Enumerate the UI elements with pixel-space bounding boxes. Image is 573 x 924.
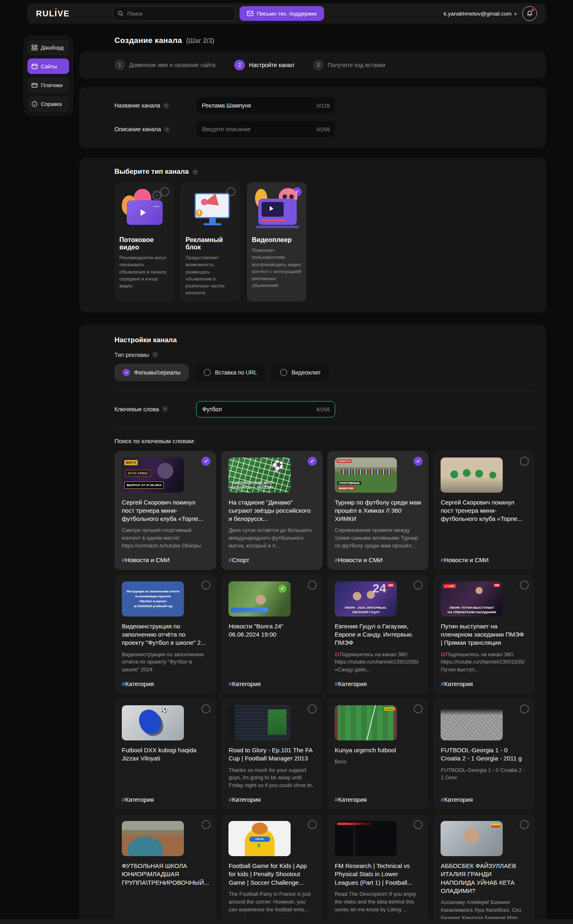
video-thumbnail: Инструкция по заполнению отчета по реали… [122,581,184,617]
sidebar-item-help[interactable]: Справка [27,96,69,112]
video-card[interactable]: ⚽ Futbool DXX kubogi haqida Jizzax Viloy… [114,699,216,810]
video-description: The Football Party in France is just aro… [228,890,315,914]
video-select-checkbox[interactable] [414,457,423,466]
chevron-down-icon [514,11,517,17]
search-icon [117,10,124,17]
sidebar-item-sites[interactable]: Сайты [27,58,69,74]
video-title: Football Game for Kids | App for kids | … [228,862,315,887]
channel-name-inputwrap: 0/128 [196,97,335,114]
video-card[interactable]: UBAKI0 Football Game for Kids | App for … [221,814,322,924]
sidebar-item-dashboard[interactable]: Дашборд [27,40,69,55]
ad-type-videoclip[interactable]: Видеоклип [272,364,329,381]
thumb-overlay-ov-wline [366,705,376,740]
video-card[interactable]: ⚽ТОВАРИЩЕСКИЙ МАТЧ БЕЛАРУСЬ — РОССИЯ На … [221,451,322,570]
play-icon [270,206,273,211]
tag-label: Спорт [232,556,249,563]
ad-type-label: Тип рекламы ? [114,352,535,358]
video-category-tag: #Новости и СМИ [335,550,421,563]
ad-type-films-series[interactable]: Фильмы/сериалы [114,364,189,381]
video-select-checkbox[interactable] [520,820,529,829]
sidebar-item-payments[interactable]: Платежи [27,77,69,93]
video-card[interactable]: FM Research | Technical vs Physical Stat… [327,814,429,924]
video-select-checkbox[interactable] [414,820,423,829]
thumb-overlay-ov-cap: ПМЭФ - 2024. ИНТЕРВЬЮ. ЕВГЕНИЯ ГУЦУЛ [335,606,397,615]
video-card[interactable]: Инструкция по заполнению отчета по реали… [114,575,216,694]
video-select-checkbox[interactable] [201,704,210,713]
channel-description-input[interactable] [196,121,335,137]
logo-letter-i: I [55,9,58,18]
step-label: Получите код вставки [328,62,385,68]
video-card[interactable]: ● LIVE360ПМЭФ: ПУТИН ВЫСТУПАЕТ НА ПЛЕНАР… [433,575,535,694]
video-select-checkbox[interactable] [308,820,317,829]
step-get-embed-code[interactable]: 3 Получите код вставки [313,60,385,70]
thumb-overlay-ov-360: 360 [387,583,394,587]
label-text: Название канала [114,102,160,109]
video-card[interactable]: Сергей Скорович покинул пост тренера мин… [433,451,535,570]
video-card[interactable]: МАТЧ!ЕСТЬ ТЕМА!ВЫПУСК ОТ 07.06.2024 Серг… [114,451,216,570]
video-select-checkbox[interactable] [201,457,210,466]
keywords-input[interactable] [196,401,335,417]
video-card[interactable]: НОВОСТИСПОРТИВНЫЕМАМОЧКИ Турнир по футбо… [327,451,429,570]
tag-label: Новости и СМИ [444,556,489,563]
video-card[interactable]: 36024ПМЭФ - 2024. ИНТЕРВЬЮ. ЕВГЕНИЯ ГУЦУ… [327,575,429,694]
search-input[interactable] [113,6,235,21]
step-domain-name[interactable]: 1 Доменное имя и название сайта [114,60,215,70]
video-thumbnail: 36024ПМЭФ - 2024. ИНТЕРВЬЮ. ЕВГЕНИЯ ГУЦУ… [335,581,397,617]
char-counter: 0/128 [316,103,330,109]
tag-label: Категория [232,796,261,803]
sidebar-item-label: Дашборд [41,45,64,51]
account-email: k.yanakhmetov@gmail.com [443,11,511,17]
type-card-streaming-video[interactable]: Потоковое видео Рекламодатели могут пока… [114,182,174,302]
keyword-search-title: Поиск по ключевым словам: [114,437,535,444]
thumb-overlay-ov-ball-sm: ⚽ [161,707,168,713]
video-select-checkbox[interactable] [308,704,317,713]
help-icon[interactable]: ? [163,103,169,109]
type-card-ad-block[interactable]: Рекламный блок Предоставляет возможность… [181,182,240,302]
video-select-checkbox[interactable] [201,581,210,590]
video-card[interactable]: АББОСБЕК ФАЙЗУЛЛАЕВ ИТАЛИЯ ГРАНДИ НАПОЛИ… [433,814,535,924]
video-card[interactable]: ✓ Новости "Волга 24" 06.06.2024 19:00 #К… [221,575,322,694]
help-icon[interactable]: ? [162,406,168,412]
type-card-title: Видеоплеер [252,236,302,244]
video-card[interactable]: FUTBOOL-Georgia 1 - 0 Croatia 2 - 1 Geor… [433,699,535,810]
step-number: 1 [114,60,125,70]
hash-symbol: # [228,796,232,803]
video-select-checkbox[interactable] [201,820,210,829]
notifications-bell-button[interactable] [522,6,537,21]
video-select-checkbox[interactable] [520,457,529,466]
video-select-checkbox[interactable] [414,704,423,713]
thumb-overlay-ov-tema: ЕСТЬ ТЕМА! [125,470,151,477]
video-card[interactable]: ФУТБОЛЬНАЯ ШКОЛА ЮНИОР\МЛАДШАЯ ГРУППА\ТР… [114,814,216,924]
video-select-checkbox[interactable] [520,581,529,590]
thumb-overlay-ov-friendly: ТОВАРИЩЕСКИЙ МАТЧ БЕЛАРУСЬ — РОССИЯ [231,481,291,490]
type-card-video-player[interactable]: Видеоплеер Позволяет пользователям воспр… [247,182,307,302]
video-select-checkbox[interactable] [308,457,317,466]
account-area: k.yanakhmetov@gmail.com [443,6,537,21]
ad-type-url-insert[interactable]: Вставка по URL [195,364,265,381]
video-grid: МАТЧ!ЕСТЬ ТЕМА!ВЫПУСК ОТ 07.06.2024 Серг… [114,451,535,924]
app-window: RULIVE Письмо тех. поддержке k.yanakhmet… [0,0,573,924]
video-select-checkbox[interactable] [414,581,423,590]
tag-label: Категория [232,680,261,687]
help-icon[interactable]: ? [152,352,158,358]
support-mail-button[interactable]: Письмо тех. поддержке [239,6,324,21]
keywords-inputwrap: 6/256 [196,401,335,417]
label-text: Описание канала [114,126,161,132]
wizard-steps: 1 Доменное имя и название сайта 2 Настро… [79,52,546,78]
help-icon[interactable]: ? [192,169,198,175]
step-configure-channel[interactable]: 2 Настройте канал [234,60,294,70]
tag-label: Новости и СМИ [125,556,170,563]
channel-name-input[interactable] [196,97,335,114]
video-select-checkbox[interactable] [308,581,317,590]
video-title: Futbool DXX kubogi haqida Jizzax Viloyat… [122,746,209,763]
channel-type-title: Выберите тип канала ? [114,168,535,176]
thumb-overlay-ov-players [340,469,393,475]
video-card[interactable]: prod by Kunya urgench futbool Boss #Кате… [327,699,429,810]
video-select-checkbox[interactable] [520,704,529,713]
video-player-illustration [252,189,302,231]
channel-settings-section: Настройки канала Тип рекламы ? Фильмы/се… [79,325,546,924]
video-thumbnail [335,821,397,856]
account-email-dropdown[interactable]: k.yanakhmetov@gmail.com [443,11,517,17]
help-icon[interactable]: ? [164,126,170,132]
video-card[interactable]: Road to Glory - Ep.101 The FA Cup | Foot… [221,699,322,810]
